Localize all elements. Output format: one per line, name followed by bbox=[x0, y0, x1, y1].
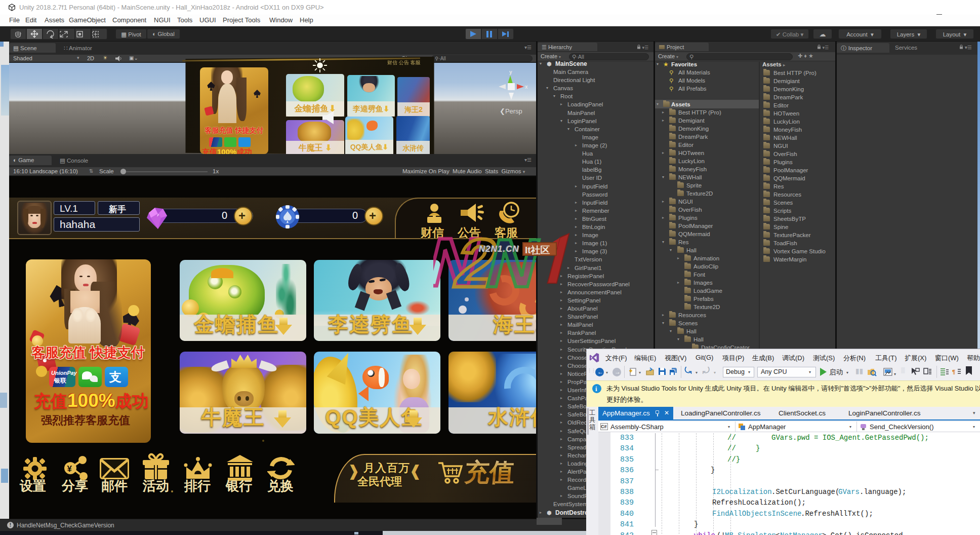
svg-text:y: y bbox=[509, 69, 512, 75]
svg-text:¶: ¶ bbox=[952, 369, 955, 375]
svg-text:¥: ¥ bbox=[67, 464, 72, 474]
svg-text:x: x bbox=[525, 84, 528, 90]
